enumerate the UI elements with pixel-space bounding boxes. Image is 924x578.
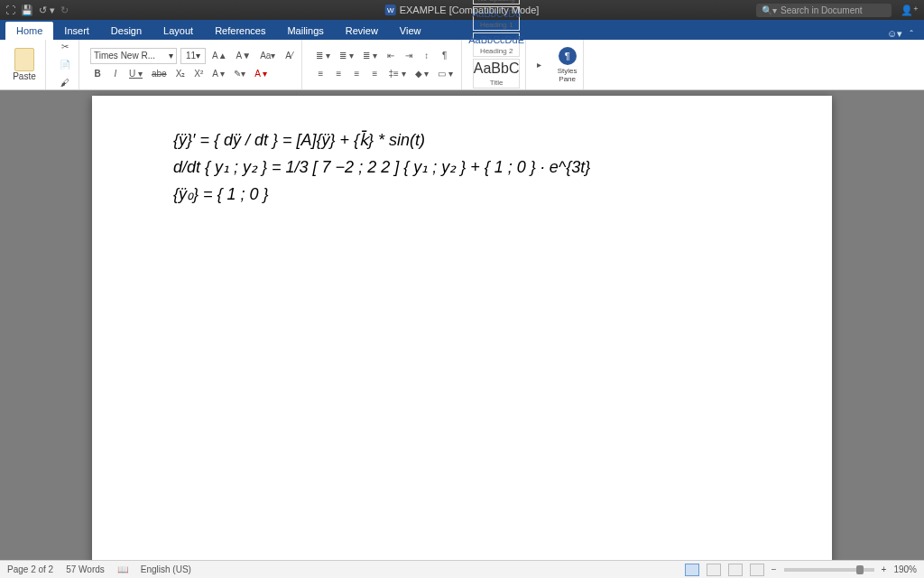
tab-insert[interactable]: Insert: [53, 22, 100, 40]
tab-references[interactable]: References: [204, 22, 276, 40]
redo-icon[interactable]: ↻: [60, 5, 69, 16]
cut-icon[interactable]: ✂: [57, 40, 73, 54]
underline-button[interactable]: U ▾: [126, 66, 145, 82]
undo-icon[interactable]: ↺ ▾: [39, 5, 55, 16]
document-area[interactable]: {ÿ}′ = { dÿ / dt } = [A]{ÿ} + {k̄} * sin…: [0, 90, 924, 560]
save-icon[interactable]: 💾: [21, 5, 33, 16]
subscript-button[interactable]: X₂: [173, 66, 189, 82]
tab-review[interactable]: Review: [335, 22, 389, 40]
ribbon-tabs: Home Insert Design Layout References Mai…: [0, 20, 924, 40]
web-layout-view[interactable]: [707, 564, 721, 576]
styles-group: AaBbCcDdEeNormalAaBbCcDdEeNo SpacingAaBb…: [467, 40, 526, 89]
print-layout-view[interactable]: [685, 564, 699, 576]
tab-design[interactable]: Design: [100, 22, 152, 40]
grow-font-button[interactable]: A▲: [209, 48, 230, 64]
window-title: W EXAMPLE [Compatibility Mode]: [385, 5, 540, 15]
search-icon: 🔍▾: [762, 5, 777, 15]
tab-view[interactable]: View: [389, 22, 432, 40]
paste-icon: [14, 48, 34, 71]
equation-3[interactable]: {ÿ₀} = { 1 ; 0 }: [173, 184, 751, 204]
shrink-font-button[interactable]: A▼: [234, 48, 254, 64]
text-effects-button[interactable]: A ▾: [209, 66, 227, 82]
align-center-button[interactable]: ≡: [331, 66, 346, 82]
numbering-button[interactable]: ≣ ▾: [337, 48, 356, 64]
styles-pane-button[interactable]: ¶ Styles Pane: [551, 40, 584, 89]
clipboard-small: ✂ 📄 🖌: [51, 40, 79, 89]
tab-home[interactable]: Home: [5, 22, 53, 40]
change-case-button[interactable]: Aa▾: [257, 48, 278, 64]
quick-access-toolbar: ⛶ 💾 ↺ ▾ ↻: [5, 5, 69, 16]
page-indicator[interactable]: Page 2 of 2: [7, 564, 53, 574]
font-size-select[interactable]: 11 ▾: [180, 48, 206, 64]
language-indicator[interactable]: English (US): [141, 564, 191, 574]
styles-pane-icon: ¶: [559, 47, 577, 65]
spellcheck-icon[interactable]: 📖: [117, 564, 128, 574]
equation-1[interactable]: {ÿ}′ = { dÿ / dt } = [A]{ÿ} + {k̄} * sin…: [173, 130, 751, 150]
zoom-in-button[interactable]: +: [882, 564, 887, 574]
word-count[interactable]: 57 Words: [66, 564, 105, 574]
dec-indent-button[interactable]: ⇤: [383, 48, 398, 64]
copy-icon[interactable]: 📄: [57, 58, 73, 72]
tab-mailings[interactable]: Mailings: [276, 22, 334, 40]
bold-button[interactable]: B: [90, 66, 105, 82]
zoom-level[interactable]: 190%: [893, 564, 917, 574]
font-color-button[interactable]: A ▾: [252, 66, 270, 82]
font-group: Times New R...▾ 11 ▾ A▲ A▼ Aa▾ A⁄ B I U …: [85, 40, 302, 89]
paragraph-group: ≣ ▾ ≣ ▾ ≣ ▾ ⇤ ⇥ ↕ ¶ ≡ ≡ ≡ ≡ ‡≡ ▾ ◆ ▾ ▭ ▾: [308, 40, 462, 89]
clear-format-button[interactable]: A⁄: [282, 48, 296, 64]
paste-button[interactable]: Paste: [9, 48, 40, 81]
font-name-select[interactable]: Times New R...▾: [90, 48, 177, 64]
style-heading-2[interactable]: AaBbCcDdEHeading 2: [473, 33, 520, 57]
align-left-button[interactable]: ≡: [313, 66, 328, 82]
inc-indent-button[interactable]: ⇥: [402, 48, 416, 64]
line-spacing-button[interactable]: ‡≡ ▾: [385, 66, 408, 82]
format-painter-icon[interactable]: 🖌: [57, 75, 73, 89]
zoom-out-button[interactable]: −: [772, 564, 777, 574]
italic-button[interactable]: I: [108, 66, 123, 82]
fullscreen-icon[interactable]: ⛶: [5, 5, 15, 15]
tab-layout[interactable]: Layout: [152, 22, 204, 40]
styles-more-button[interactable]: ▸: [531, 57, 546, 73]
word-icon: W: [385, 5, 396, 15]
clipboard-group: Paste: [4, 40, 46, 89]
borders-button[interactable]: ▭ ▾: [435, 66, 456, 82]
multilevel-button[interactable]: ≣ ▾: [360, 48, 380, 64]
zoom-slider[interactable]: [784, 568, 874, 572]
style-title[interactable]: AaBbCTitle: [473, 59, 520, 89]
shading-button[interactable]: ◆ ▾: [412, 66, 432, 82]
ribbon: Paste ✂ 📄 🖌 Times New R...▾ 11 ▾ A▲ A▼ A…: [0, 40, 924, 90]
page[interactable]: {ÿ}′ = { dÿ / dt } = [A]{ÿ} + {k̄} * sin…: [92, 96, 832, 560]
strike-button[interactable]: abe: [149, 66, 170, 82]
feedback-icon[interactable]: ☺▾: [887, 28, 902, 40]
bullets-button[interactable]: ≣ ▾: [313, 48, 333, 64]
align-right-button[interactable]: ≡: [349, 66, 364, 82]
outline-view[interactable]: [728, 564, 743, 576]
collapse-ribbon-icon[interactable]: ˆ: [910, 29, 913, 40]
draft-view[interactable]: [750, 564, 764, 576]
highlight-button[interactable]: ✎▾: [231, 66, 248, 82]
sort-button[interactable]: ↕: [420, 48, 434, 64]
status-bar: Page 2 of 2 57 Words 📖 English (US) − + …: [0, 560, 924, 578]
search-input[interactable]: 🔍▾ Search in Document: [756, 4, 892, 17]
justify-button[interactable]: ≡: [367, 66, 382, 82]
equation-2[interactable]: d/dt { y₁ ; y₂ } = 1/3 [ 7 −2 ; 2 2 ] { …: [173, 157, 751, 177]
superscript-button[interactable]: X²: [191, 66, 206, 82]
titlebar: ⛶ 💾 ↺ ▾ ↻ W EXAMPLE [Compatibility Mode]…: [0, 0, 924, 20]
share-icon[interactable]: 👤⁺: [901, 5, 919, 16]
show-marks-button[interactable]: ¶: [438, 48, 452, 64]
